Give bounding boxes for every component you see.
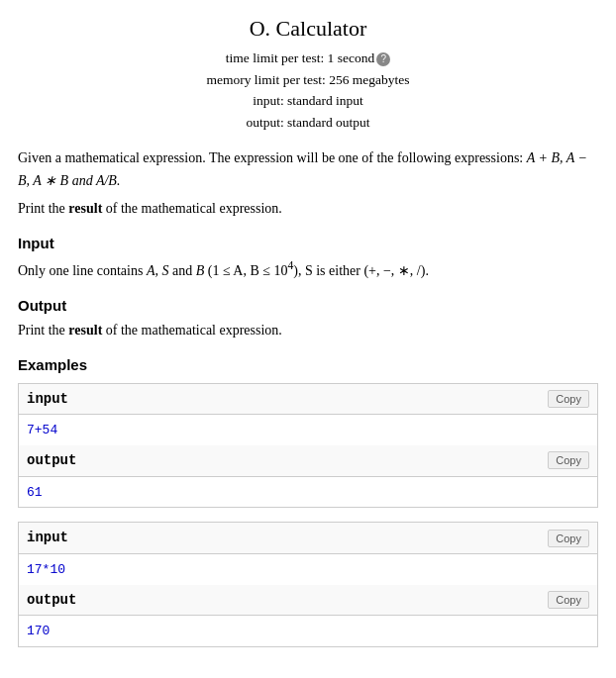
input-section: Input Only one line contains A, S and B … bbox=[18, 232, 598, 282]
memory-limit: memory limit per test: 256 megabytes bbox=[18, 69, 598, 91]
output-type: output: standard output bbox=[18, 112, 598, 134]
example-2-input-label: input bbox=[27, 527, 68, 548]
example-1-output-value-row: 61 bbox=[19, 477, 597, 508]
output-content: Print the result of the mathematical exp… bbox=[18, 320, 598, 341]
example-1-input-value: 7+54 bbox=[27, 423, 57, 437]
page-title: O. Calculator bbox=[18, 16, 598, 42]
examples-title: Examples bbox=[18, 353, 598, 377]
example-1-input-copy-button[interactable]: Copy bbox=[548, 390, 589, 408]
example-1-output-label: output bbox=[27, 449, 76, 471]
examples-section: Examples input Copy 7+54 output Copy 61 … bbox=[18, 353, 598, 647]
example-2-output-header: output Copy bbox=[19, 585, 597, 616]
example-1-input-label: input bbox=[27, 388, 68, 410]
example-1-output-value: 61 bbox=[27, 485, 43, 500]
info-icon[interactable]: ? bbox=[376, 52, 390, 66]
example-2-output-value-row: 170 bbox=[19, 616, 597, 646]
example-1: input Copy 7+54 output Copy 61 bbox=[18, 383, 598, 508]
time-limit: time limit per test: 1 second? bbox=[18, 48, 598, 69]
output-title: Output bbox=[18, 294, 598, 318]
page-header: O. Calculator time limit per test: 1 sec… bbox=[18, 16, 598, 133]
input-title: Input bbox=[18, 232, 598, 255]
example-2-input-copy-button[interactable]: Copy bbox=[548, 530, 589, 547]
output-section: Output Print the result of the mathemati… bbox=[18, 294, 598, 341]
example-1-input-header: input Copy bbox=[19, 384, 597, 415]
input-type: input: standard input bbox=[18, 90, 598, 112]
description-section: Given a mathematical expression. The exp… bbox=[18, 146, 598, 219]
example-2-output-label: output bbox=[27, 589, 76, 611]
description-print: Print the result of the mathematical exp… bbox=[18, 197, 598, 220]
example-2-output-copy-button[interactable]: Copy bbox=[548, 591, 589, 609]
example-2-input-value: 17*10 bbox=[27, 562, 65, 577]
example-1-output-copy-button[interactable]: Copy bbox=[548, 451, 589, 469]
description-given: Given a mathematical expression. The exp… bbox=[18, 146, 598, 192]
example-1-input-value-row: 7+54 bbox=[19, 415, 597, 445]
example-1-output-header: output Copy bbox=[19, 445, 597, 476]
example-2-input-value-row: 17*10 bbox=[19, 554, 597, 585]
example-2-input-header: input Copy bbox=[19, 523, 597, 553]
example-2-output-value: 170 bbox=[27, 624, 50, 638]
example-2: input Copy 17*10 output Copy 170 bbox=[18, 522, 598, 646]
input-content: Only one line contains A, S and B (1 ≤ A… bbox=[18, 257, 598, 282]
